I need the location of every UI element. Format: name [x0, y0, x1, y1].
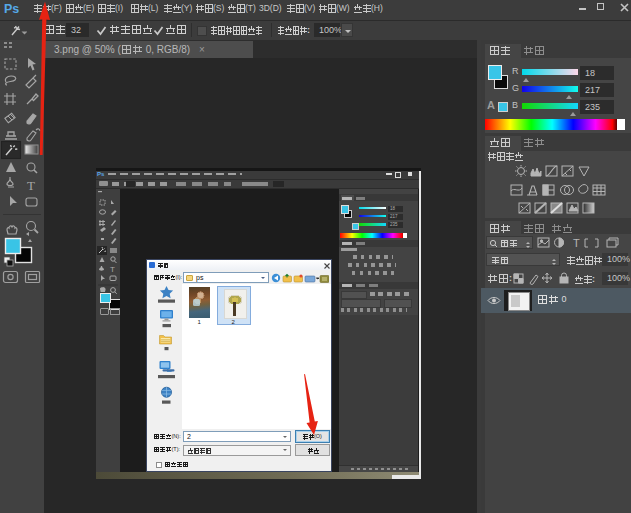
svg-text:T: T: [27, 178, 35, 193]
svg-text:T: T: [573, 237, 580, 249]
svg-text:T: T: [110, 265, 115, 274]
